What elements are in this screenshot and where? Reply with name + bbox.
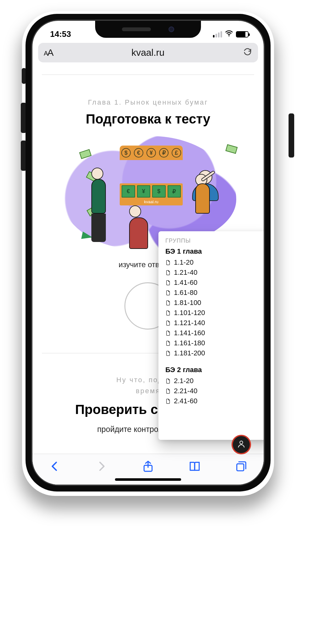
illustration-brand: kvaal.ru: [120, 199, 183, 205]
wifi-icon: [225, 29, 233, 39]
document-icon: [165, 269, 171, 276]
group-item[interactable]: 1.81-100: [165, 298, 264, 308]
group-item-label: 1.161-180: [174, 339, 205, 347]
group-item-label: 1.181-200: [174, 349, 205, 357]
screen: 14:53 AA kvaal.ru: [32, 21, 264, 485]
chapter-line: Глава 1. Рынок ценных бумаг: [42, 98, 254, 106]
group-item-label: 1.121-140: [174, 319, 205, 327]
group-item[interactable]: 1.61-80: [165, 288, 264, 298]
document-icon: [165, 320, 171, 326]
svg-point-0: [228, 35, 230, 37]
profile-fab[interactable]: [233, 436, 250, 453]
cell-signal-icon: [213, 31, 222, 37]
back-button[interactable]: [46, 458, 63, 475]
notch: [95, 21, 201, 38]
document-icon: [165, 378, 171, 384]
document-icon: [165, 279, 171, 286]
group-item-label: 1.61-80: [174, 289, 198, 297]
document-icon: [165, 290, 171, 296]
document-icon: [165, 300, 171, 306]
group-item[interactable]: 1.41-60: [165, 278, 264, 288]
group-title: БЭ 2 глава: [165, 366, 264, 374]
person-icon: [237, 440, 246, 450]
group-item[interactable]: 1.121-140: [165, 318, 264, 328]
group-item-label: 1.21-40: [174, 268, 198, 277]
bookmarks-button[interactable]: [186, 458, 203, 475]
group-item[interactable]: 2.1-20: [165, 376, 264, 386]
document-icon: [165, 310, 171, 316]
battery-icon: [236, 31, 249, 37]
group-item-label: 2.1-20: [174, 377, 193, 385]
groups-label: ГРУППЫ: [165, 238, 264, 244]
speaker-grille: [122, 27, 151, 31]
group-item-label: 1.101-120: [174, 309, 205, 317]
svg-point-1: [240, 441, 243, 444]
group-item-label: 1.1-20: [174, 258, 193, 267]
phone-inner-frame: 14:53 AA kvaal.ru: [31, 20, 265, 486]
divider: [42, 74, 254, 75]
group-item[interactable]: 2.21-40: [165, 386, 264, 396]
group-item-label: 1.141-160: [174, 329, 205, 337]
document-icon: [165, 340, 171, 347]
group-item[interactable]: 2.41-60: [165, 396, 264, 406]
document-icon: [165, 350, 171, 357]
group-item[interactable]: 1.161-180: [165, 338, 264, 348]
group-item[interactable]: 1.141-160: [165, 328, 264, 338]
group-item[interactable]: 1.1-20: [165, 257, 264, 267]
group-item-label: 2.21-40: [174, 387, 198, 395]
share-button[interactable]: [140, 458, 157, 475]
document-icon: [165, 330, 171, 336]
groups-dropdown-panel[interactable]: ГРУППЫ БЭ 1 глава 1.1-201.21-401.41-601.…: [158, 231, 264, 440]
group-item[interactable]: 1.101-120: [165, 308, 264, 318]
group-items: 1.1-201.21-401.41-601.61-801.81-1001.101…: [165, 257, 264, 358]
document-icon: [165, 259, 171, 266]
page-title: Подготовка к тесту: [42, 112, 254, 127]
group-items: 2.1-202.21-402.41-60: [165, 376, 264, 406]
document-icon: [165, 398, 171, 405]
home-indicator[interactable]: [115, 478, 181, 481]
power-button[interactable]: [289, 113, 294, 158]
group-item-label: 2.41-60: [174, 397, 198, 405]
group-item-label: 1.41-60: [174, 279, 198, 287]
group-item[interactable]: 1.21-40: [165, 267, 264, 278]
svg-rect-3: [237, 464, 244, 471]
group-item-label: 1.81-100: [174, 299, 201, 307]
text-size-button[interactable]: AA: [44, 47, 53, 58]
document-icon: [165, 388, 171, 394]
forward-button[interactable]: [93, 458, 110, 475]
browser-url-bar[interactable]: AA kvaal.ru: [38, 43, 258, 62]
group-title: БЭ 1 глава: [165, 247, 264, 256]
front-camera: [169, 26, 174, 32]
url-text: kvaal.ru: [131, 47, 164, 58]
phone-frame: 14:53 AA kvaal.ru: [26, 14, 271, 492]
group-item[interactable]: 1.181-200: [165, 348, 264, 358]
tabs-button[interactable]: [233, 458, 250, 475]
reload-button[interactable]: [243, 47, 252, 58]
status-time: 14:53: [46, 29, 71, 39]
